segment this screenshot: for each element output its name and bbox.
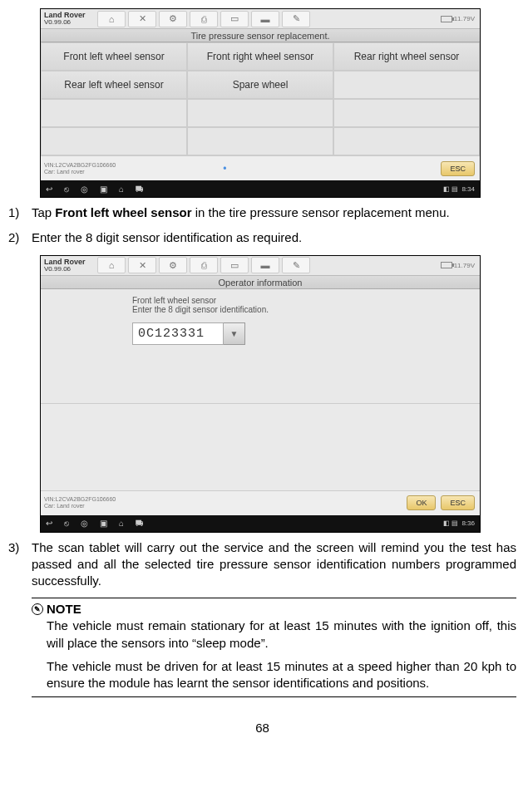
cell-empty bbox=[41, 99, 187, 127]
brand-version: V0.99.06 bbox=[44, 266, 91, 273]
tool-icon[interactable]: ✕ bbox=[128, 11, 156, 27]
browser-icon[interactable]: ◎ bbox=[81, 519, 88, 528]
note-label: NOTE bbox=[47, 602, 81, 616]
tool-icon[interactable]: ✕ bbox=[128, 257, 156, 273]
save-icon[interactable]: ▬ bbox=[251, 257, 279, 273]
doc-icon[interactable]: ▭ bbox=[220, 11, 249, 27]
battery-icon bbox=[441, 262, 452, 268]
step-number: 2) bbox=[8, 229, 32, 246]
bottom-info: VIN:L2CVA2BG2FG106660 Car: Land rover OK… bbox=[41, 490, 480, 515]
gear-icon[interactable]: ⚙ bbox=[159, 257, 187, 273]
cell-empty bbox=[187, 127, 333, 155]
cell-empty bbox=[41, 127, 187, 155]
edit-icon[interactable]: ✎ bbox=[282, 11, 310, 27]
document-page: Land Rover V0.99.06 ⌂ ✕ ⚙ ⎙ ▭ ▬ ✎ 11.79V… bbox=[0, 0, 528, 751]
nav-time: ◧ ▤ 8:36 bbox=[443, 519, 475, 527]
cell-front-right[interactable]: Front right wheel sensor bbox=[187, 42, 333, 71]
cell-empty bbox=[187, 99, 333, 127]
step-3: 3) The scan tablet will carry out the se… bbox=[8, 539, 516, 590]
ok-button[interactable]: OK bbox=[407, 495, 436, 510]
brand-box: Land Rover V0.99.06 bbox=[41, 12, 94, 26]
home-nav-icon[interactable]: ⌂ bbox=[119, 519, 124, 528]
car-text: Car: Land rover bbox=[44, 169, 116, 175]
input-area: Front left wheel sensor Enter the 8 digi… bbox=[41, 289, 480, 404]
note-box: ✎ NOTE The vehicle must remain stationar… bbox=[32, 598, 516, 697]
screen-title: Tire pressure sensor replacement. bbox=[41, 29, 480, 42]
nav-bar: ↩ ⎋ ◎ ▣ ⌂ ⛟ ◧ ▤ 8:36 bbox=[41, 515, 480, 532]
code-input-row: 0C123331 ▼ bbox=[132, 322, 480, 345]
toolbar-icons: ⌂ ✕ ⚙ ⎙ ▭ ▬ ✎ bbox=[97, 11, 313, 27]
top-bar: Land Rover V0.99.06 ⌂ ✕ ⚙ ⎙ ▭ ▬ ✎ 11.79V bbox=[41, 256, 480, 276]
app-icon[interactable]: ▣ bbox=[100, 519, 107, 528]
step-text: Tap Front left wheel sensor in the tire … bbox=[32, 204, 516, 221]
browser-icon[interactable]: ◎ bbox=[81, 185, 88, 194]
top-bar: Land Rover V0.99.06 ⌂ ✕ ⚙ ⎙ ▭ ▬ ✎ 11.79V bbox=[41, 9, 480, 29]
brand-version: V0.99.06 bbox=[44, 19, 91, 26]
screenshot-1: Land Rover V0.99.06 ⌂ ✕ ⚙ ⎙ ▭ ▬ ✎ 11.79V… bbox=[40, 8, 481, 198]
vehicle-info: VIN:L2CVA2BG2FG106660 Car: Land rover bbox=[44, 162, 116, 175]
screenshot-2: Land Rover V0.99.06 ⌂ ✕ ⚙ ⎙ ▭ ▬ ✎ 11.79V… bbox=[40, 255, 481, 533]
brand-box: Land Rover V0.99.06 bbox=[41, 258, 94, 273]
step-2: 2) Enter the 8 digit sensor identificati… bbox=[8, 229, 516, 246]
toolbar-icons: ⌂ ✕ ⚙ ⎙ ▭ ▬ ✎ bbox=[97, 257, 313, 273]
info-line1: Front left wheel sensor bbox=[132, 296, 480, 305]
car-nav-icon[interactable]: ⛟ bbox=[136, 519, 144, 528]
note-p1: The vehicle must remain stationary for a… bbox=[47, 618, 516, 652]
page-number: 68 bbox=[8, 721, 516, 735]
screen-title: Operator information bbox=[41, 276, 480, 289]
print-icon[interactable]: ⎙ bbox=[190, 257, 218, 273]
cell-rear-right[interactable]: Rear right wheel sensor bbox=[333, 42, 480, 71]
edit-icon[interactable]: ✎ bbox=[282, 257, 310, 273]
step-number: 3) bbox=[8, 539, 32, 590]
voltage-indicator: 11.79V bbox=[441, 15, 480, 22]
bottom-info: VIN:L2CVA2BG2FG106660 Car: Land rover • … bbox=[41, 155, 480, 180]
step-text: The scan tablet will carry out the servi… bbox=[32, 539, 516, 590]
step-text: Enter the 8 digit sensor identification … bbox=[32, 229, 516, 246]
sensor-grid: Front left wheel sensor Front right whee… bbox=[41, 42, 480, 155]
gear-icon[interactable]: ⚙ bbox=[159, 11, 187, 27]
vin-text: VIN:L2CVA2BG2FG106660 bbox=[44, 162, 116, 169]
print-icon[interactable]: ⎙ bbox=[190, 11, 218, 27]
note-icon: ✎ bbox=[32, 603, 43, 615]
voltage-text: 11.79V bbox=[454, 15, 475, 22]
car-text: Car: Land rover bbox=[44, 503, 116, 509]
info-line2: Enter the 8 digit sensor identification. bbox=[132, 305, 480, 314]
cell-front-left[interactable]: Front left wheel sensor bbox=[41, 42, 187, 71]
home-nav-icon[interactable]: ⌂ bbox=[119, 185, 124, 194]
dropdown-icon[interactable]: ▼ bbox=[224, 322, 245, 345]
battery-icon bbox=[441, 16, 452, 22]
save-icon[interactable]: ▬ bbox=[251, 11, 279, 27]
vehicle-info: VIN:L2CVA2BG2FG106660 Car: Land rover bbox=[44, 496, 116, 509]
esc-button[interactable]: ESC bbox=[441, 495, 475, 510]
bold-term: Front left wheel sensor bbox=[55, 205, 191, 219]
note-header: ✎ NOTE bbox=[32, 602, 516, 616]
back-icon[interactable]: ↩ bbox=[46, 519, 52, 528]
cell-empty bbox=[333, 71, 480, 99]
nav-time: ◧ ▤ 8:34 bbox=[443, 185, 475, 193]
home-icon[interactable]: ⌂ bbox=[97, 11, 126, 27]
code-input[interactable]: 0C123331 bbox=[132, 322, 224, 345]
back-icon[interactable]: ↩ bbox=[46, 185, 52, 194]
app-icon[interactable]: ▣ bbox=[100, 185, 107, 194]
step-number: 1) bbox=[8, 204, 32, 221]
cell-empty bbox=[333, 99, 480, 127]
pin-icon[interactable]: ⎋ bbox=[64, 185, 69, 194]
vin-text: VIN:L2CVA2BG2FG106660 bbox=[44, 496, 116, 503]
pin-icon[interactable]: ⎋ bbox=[64, 519, 69, 528]
cell-empty bbox=[333, 127, 480, 155]
blank-area bbox=[41, 404, 480, 490]
button-row: OK ESC bbox=[407, 495, 476, 510]
doc-icon[interactable]: ▭ bbox=[220, 257, 249, 273]
cell-spare[interactable]: Spare wheel bbox=[187, 71, 333, 99]
note-p2: The vehicle must be driven for at least … bbox=[47, 658, 516, 692]
voltage-text: 11.79V bbox=[454, 262, 475, 269]
home-icon[interactable]: ⌂ bbox=[97, 257, 126, 273]
step-1: 1) Tap Front left wheel sensor in the ti… bbox=[8, 204, 516, 221]
cell-rear-left[interactable]: Rear left wheel sensor bbox=[41, 71, 187, 99]
voltage-indicator: 11.79V bbox=[441, 262, 480, 269]
nav-bar: ↩ ⎋ ◎ ▣ ⌂ ⛟ ◧ ▤ 8:34 bbox=[41, 180, 480, 197]
esc-button[interactable]: ESC bbox=[441, 161, 475, 176]
car-nav-icon[interactable]: ⛟ bbox=[136, 185, 144, 194]
dot-indicator: • bbox=[223, 163, 226, 175]
